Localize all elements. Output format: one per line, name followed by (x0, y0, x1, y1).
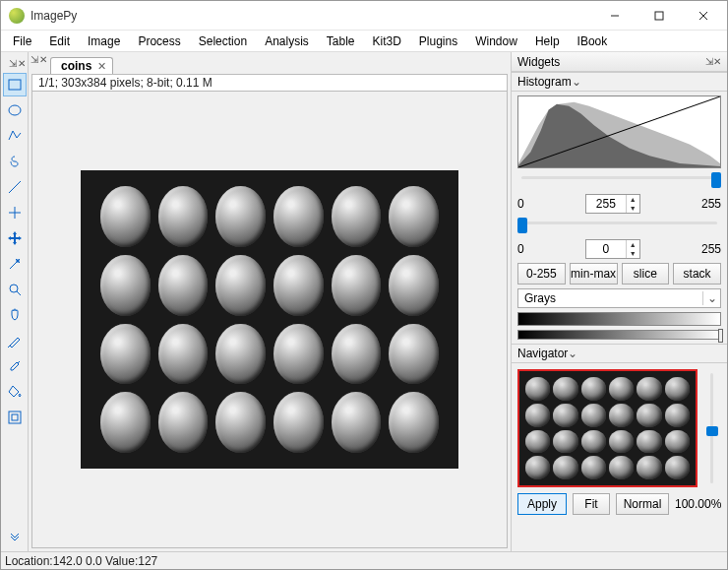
high-threshold-input[interactable]: ▲▼ (585, 194, 640, 214)
close-icon[interactable]: ✕ (39, 54, 47, 65)
coin (158, 255, 209, 316)
menu-ibook[interactable]: IBook (570, 32, 616, 50)
line-tool[interactable] (3, 175, 27, 199)
pin-icon[interactable]: ⇲ (9, 58, 17, 69)
svg-point-5 (9, 105, 21, 115)
high-threshold-value[interactable] (586, 195, 626, 213)
pin-icon[interactable]: ⇲ (705, 56, 713, 67)
coin (332, 392, 382, 453)
spin-up-icon[interactable]: ▲ (627, 240, 639, 249)
low-threshold-input[interactable]: ▲▼ (585, 239, 640, 259)
coin (389, 186, 439, 247)
widgets-header: Widgets ⇲ ✕ (512, 52, 727, 72)
coin (158, 324, 209, 385)
statusbar: Location:142.0 0.0 Value:127 (1, 551, 727, 569)
polygon-tool[interactable] (3, 124, 27, 148)
svg-line-6 (9, 181, 21, 193)
range-0-255-button[interactable]: 0-255 (517, 263, 566, 285)
histogram-title: Histogram (517, 75, 572, 89)
ellipse-tool[interactable] (3, 98, 27, 122)
hand-tool[interactable] (3, 303, 27, 327)
range-minmax-button[interactable]: min-max (570, 263, 618, 285)
histogram-header[interactable]: Histogram ⌄ (512, 72, 727, 92)
app-window: ImagePy File Edit Image Process Selectio… (0, 0, 728, 570)
range-slice-button[interactable]: slice (622, 263, 670, 285)
lut-gradient-main[interactable] (517, 312, 721, 326)
coin (158, 186, 209, 247)
spin-down-icon[interactable]: ▼ (627, 204, 639, 213)
widgets-panel: Widgets ⇲ ✕ Histogram ⌄ (511, 52, 727, 551)
navigator-thumbnail[interactable] (517, 369, 698, 487)
low-threshold-slider[interactable] (517, 218, 721, 235)
lut-dropdown[interactable]: Grays ⌄ (517, 288, 721, 308)
low-max-label: 255 (701, 242, 721, 256)
close-icon[interactable]: ✕ (713, 56, 721, 67)
tool-palette-header: ⇲ ✕ (1, 54, 28, 72)
coins-image (81, 170, 458, 469)
maximize-button[interactable] (637, 1, 681, 30)
move-tool[interactable] (3, 226, 27, 250)
navigator-zoom-slider[interactable] (703, 369, 721, 487)
menu-process[interactable]: Process (130, 32, 188, 50)
coin (389, 255, 439, 316)
menu-edit[interactable]: Edit (41, 32, 78, 50)
pin-icon[interactable]: ⇲ (30, 54, 38, 65)
close-button[interactable] (681, 1, 725, 30)
image-info-bar: 1/1; 303x384 pixels; 8-bit; 0.11 M (31, 74, 508, 92)
close-icon[interactable]: ✕ (18, 58, 26, 69)
tab-coins[interactable]: coins ✕ (50, 57, 113, 74)
freehand-tool[interactable] (3, 150, 27, 173)
normal-button[interactable]: Normal (616, 493, 669, 515)
navigator-header[interactable]: Navigator ⌄ (512, 344, 727, 363)
wand-tool[interactable] (3, 252, 27, 276)
menu-analysis[interactable]: Analysis (257, 32, 317, 50)
app-icon (9, 8, 25, 24)
rectangle-tool[interactable] (3, 73, 27, 96)
menu-plugins[interactable]: Plugins (411, 32, 465, 50)
coin (158, 392, 209, 453)
menu-file[interactable]: File (5, 32, 39, 50)
range-stack-button[interactable]: stack (673, 263, 721, 285)
spin-up-icon[interactable]: ▲ (627, 195, 639, 204)
coin (332, 186, 382, 247)
spin-down-icon[interactable]: ▼ (627, 249, 639, 258)
menu-help[interactable]: Help (527, 32, 568, 50)
menu-table[interactable]: Table (319, 32, 363, 50)
coin (100, 324, 151, 385)
menu-kit3d[interactable]: Kit3D (365, 32, 409, 50)
brush-tool[interactable] (3, 329, 27, 352)
coin (273, 392, 324, 453)
coin (273, 255, 324, 316)
chevron-down-icon: ⌄ (568, 347, 577, 360)
zoom-tool[interactable] (3, 278, 27, 301)
chevron-down-icon: ⌄ (572, 75, 581, 89)
low-threshold-value[interactable] (586, 240, 626, 258)
menu-selection[interactable]: Selection (191, 32, 255, 50)
eyedropper-tool[interactable] (3, 354, 27, 378)
paint-bucket-tool[interactable] (3, 380, 27, 404)
point-tool[interactable] (3, 201, 27, 224)
high-threshold-slider[interactable] (517, 172, 721, 190)
expand-tool[interactable] (3, 527, 27, 550)
menu-window[interactable]: Window (467, 32, 525, 50)
coin (389, 324, 439, 385)
coin (332, 324, 382, 385)
status-text: Location:142.0 0.0 Value:127 (5, 554, 157, 568)
image-viewport[interactable] (31, 92, 508, 548)
tab-pin-area: ⇲ ✕ (30, 54, 47, 65)
svg-rect-11 (9, 412, 21, 423)
gradient-handle[interactable] (718, 329, 723, 343)
fit-button[interactable]: Fit (573, 493, 610, 515)
document-area: ⇲ ✕ coins ✕ 1/1; 303x384 pixels; 8-bit; … (29, 52, 511, 551)
coin (332, 255, 382, 316)
lut-gradient-secondary[interactable] (517, 330, 721, 340)
tab-close-icon[interactable]: ✕ (97, 60, 106, 73)
menu-image[interactable]: Image (80, 32, 128, 50)
navigator-title: Navigator (517, 347, 568, 360)
apply-button[interactable]: Apply (517, 493, 567, 515)
window-controls (592, 1, 725, 30)
minimize-button[interactable] (592, 1, 637, 30)
svg-point-9 (10, 285, 18, 292)
coin (100, 186, 151, 247)
frame-tool[interactable] (3, 406, 27, 429)
